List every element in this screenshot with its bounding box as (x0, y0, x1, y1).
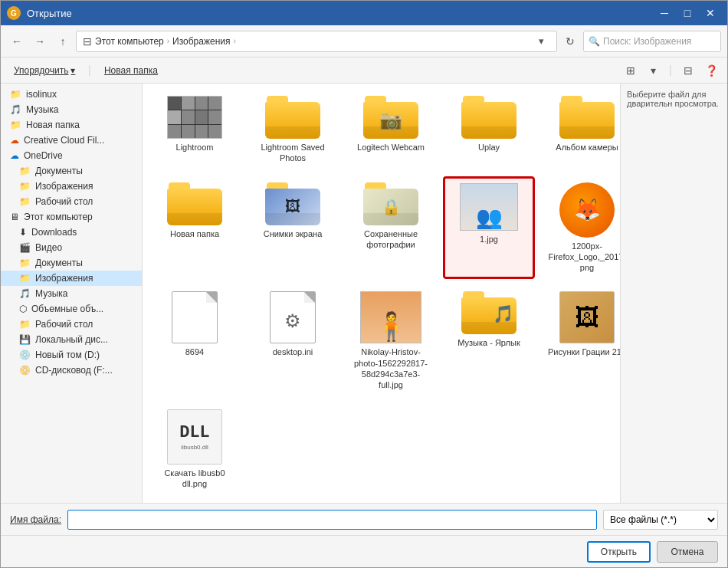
sidebar-item-images-od[interactable]: 📁 Изображения (1, 179, 142, 194)
file-label-logitech: Logitech Webcam (357, 142, 425, 153)
file-label-nikolay: Nikolay-Hristov-photo-1562292817-58d294c… (351, 346, 431, 390)
file-label-gracii: Рисунки Грации 218 (548, 346, 620, 357)
file-item-lightroom-saved[interactable]: Lightroom Saved Photos (247, 90, 339, 170)
file-label-1jpg: 1.jpg (480, 234, 498, 245)
close-button[interactable]: ✕ (700, 5, 721, 21)
sidebar-item-isolinux[interactable]: 📁 isolinux (1, 87, 142, 102)
sidebar-item-local-disk[interactable]: 💾 Локальный дис... (1, 332, 142, 347)
file-item-desktop-ini[interactable]: ⚙ desktop.ini (247, 285, 339, 396)
sidebar-item-new-volume[interactable]: 💿 Новый том (D:) (1, 347, 142, 363)
sidebar-label-cd: CD-дисковод (F:... (35, 365, 113, 376)
sidebar-item-objects[interactable]: ⬡ Объемные объ... (1, 301, 142, 317)
organize-chevron-icon: ▾ (71, 65, 75, 76)
address-bar[interactable]: ⊟ Этот компьютер › Изображения › ▾ (76, 31, 557, 52)
new-folder-button[interactable]: Новая папка (97, 61, 165, 80)
firefox-thumbnail: 🦊 (559, 182, 615, 238)
refresh-button[interactable]: ↻ (560, 31, 580, 51)
cc-icon: ☁ (10, 135, 19, 146)
downloads-icon: ⬇ (19, 227, 27, 238)
file-item-1jpg[interactable]: 👥 1.jpg (443, 176, 535, 280)
file-item-dll[interactable]: DLL libusb0.dll Скачать libusb0 dll.png (149, 403, 241, 496)
sidebar-item-music-top[interactable]: 🎵 Музыка (1, 102, 142, 117)
folder-icon-saved-photos: 🔒 (363, 182, 418, 225)
file-label-lightroom: Lightroom (176, 142, 214, 153)
folder-icon: 📁 (10, 89, 21, 100)
up-button[interactable]: ↑ (53, 31, 73, 51)
sidebar-label-documents-od: Документы (35, 166, 83, 176)
main-content: 📁 isolinux 🎵 Музыка 📁 Новая папка ☁ Crea… (1, 84, 727, 503)
separator-2: │ (668, 65, 674, 76)
sidebar-item-images[interactable]: 📁 Изображения (1, 271, 142, 286)
sidebar-item-documents[interactable]: 📁 Документы (1, 255, 142, 271)
sidebar-item-cd[interactable]: 📀 CD-дисковод (F:... (1, 363, 142, 378)
folder-icon-music-shortcut: 🎵 (461, 291, 516, 334)
view-options-button[interactable]: ▾ (644, 61, 664, 80)
file-item-firefox[interactable]: 🦊 1200px-Firefox_Logo,_2017.png (541, 176, 620, 280)
address-dropdown-button[interactable]: ▾ (532, 32, 550, 51)
open-button[interactable]: Открыть (587, 541, 651, 563)
sidebar-label-thispc: Этот компьютер (24, 212, 93, 222)
sidebar-item-cc[interactable]: ☁ Creative Cloud Fil... (1, 133, 142, 148)
file-item-nikolay[interactable]: 🧍 Nikolay-Hristov-photo-1562292817-58d29… (345, 285, 437, 396)
minimize-button[interactable]: ─ (654, 5, 675, 21)
sidebar-label-cc: Creative Cloud Fil... (24, 135, 104, 146)
folder-icon-2: 📁 (10, 120, 21, 130)
back-button[interactable]: ← (7, 31, 27, 51)
file-item-screenshots[interactable]: 🖼 Снимки экрана (247, 176, 339, 280)
file-item-music-shortcut[interactable]: 🎵 Музыка - Ярлык (443, 285, 535, 396)
organize-button[interactable]: Упорядочить ▾ (7, 61, 82, 80)
search-placeholder: Поиск: Изображения (603, 36, 691, 47)
pane-button[interactable]: ⊟ (678, 61, 698, 80)
file-label-saved-photos: Сохраненные фотографии (351, 228, 431, 251)
title-bar-left: G Открытие (7, 6, 72, 20)
dll-sub: libusb0.dll (181, 444, 208, 451)
filetype-select[interactable]: Все файлы (*.*) (603, 510, 718, 530)
sidebar-item-thispc[interactable]: 🖥 Этот компьютер (1, 209, 142, 225)
view-toggle-button[interactable]: ⊞ (621, 61, 641, 80)
sidebar-label-local-disk: Локальный дис... (35, 334, 108, 345)
search-icon: 🔍 (589, 36, 600, 47)
search-bar[interactable]: 🔍 Поиск: Изображения (583, 31, 721, 52)
address-sep-2: › (234, 37, 236, 45)
file-label-firefox: 1200px-Firefox_Logo,_2017.png (547, 241, 620, 274)
file-item-saved-photos[interactable]: 🔒 Сохраненные фотографии (345, 176, 437, 280)
folder-icon-album (559, 96, 615, 139)
organize-label: Упорядочить (14, 65, 68, 76)
dll-thumbnail: DLL libusb0.dll (167, 409, 222, 465)
file-item-gracii[interactable]: 🖼 Рисунки Грации 218 (541, 285, 620, 396)
bottom-bar: Имя файла: Все файлы (*.*) (1, 503, 727, 535)
pc-icon: 🖥 (10, 212, 19, 222)
sidebar-item-desktop-od[interactable]: 📁 Рабочий стол (1, 194, 142, 209)
folder-icon-7: 📁 (19, 273, 31, 284)
file-item-logitech[interactable]: 📷 Logitech Webcam (345, 90, 437, 170)
forward-button[interactable]: → (30, 31, 50, 51)
sidebar-label-documents: Документы (35, 258, 83, 268)
file-item-lightroom[interactable]: Lightroom (149, 90, 241, 170)
video-icon: 🎬 (19, 242, 31, 253)
action-bar: Упорядочить ▾ │ Новая папка ⊞ ▾ │ ⊟ ❓ (1, 57, 727, 84)
sidebar-label-desktop-od: Рабочий стол (35, 196, 93, 207)
sidebar-item-documents-od[interactable]: 📁 Документы (1, 163, 142, 179)
maximize-button[interactable]: □ (677, 5, 698, 21)
sidebar-label-onedrive: OneDrive (24, 150, 63, 161)
sidebar-item-new-folder[interactable]: 📁 Новая папка (1, 117, 142, 133)
folder-icon-8: 📁 (19, 319, 31, 330)
sidebar-item-music[interactable]: 🎵 Музыка (1, 286, 142, 301)
title-bar: G Открытие ─ □ ✕ (1, 1, 727, 25)
sidebar-label-downloads: Downloads (31, 227, 77, 238)
folder-icon-5: 📁 (19, 196, 31, 207)
sidebar-item-video[interactable]: 🎬 Видео (1, 240, 142, 255)
sidebar-label-images-od: Изображения (35, 181, 93, 192)
sidebar-item-onedrive[interactable]: ☁ OneDrive (1, 148, 142, 163)
cancel-button[interactable]: Отмена (657, 541, 718, 563)
sidebar-item-desktop[interactable]: 📁 Рабочий стол (1, 317, 142, 332)
folder-icon-6: 📁 (19, 258, 31, 268)
file-item-new-folder[interactable]: Новая папка (149, 176, 241, 280)
sidebar-item-downloads[interactable]: ⬇ Downloads (1, 225, 142, 240)
file-item-album[interactable]: Альбом камеры (541, 90, 620, 170)
file-item-uplay[interactable]: Uplay (443, 90, 535, 170)
filename-input[interactable] (67, 510, 597, 530)
preview-panel: Выберите файл для дварительн просмотра. (620, 84, 727, 503)
help-button[interactable]: ❓ (701, 61, 721, 80)
file-item-8694[interactable]: 8694 (149, 285, 241, 396)
